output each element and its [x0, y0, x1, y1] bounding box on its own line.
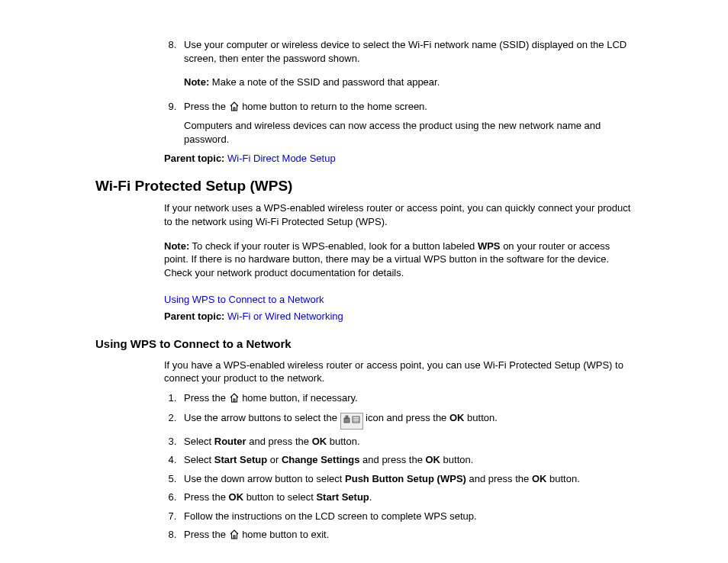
- router-label: Router: [214, 436, 246, 447]
- text: Press the: [184, 529, 229, 540]
- step-9: Press the home button to return to the h…: [179, 100, 633, 146]
- change-settings-label: Change Settings: [282, 454, 360, 465]
- step-9-body: Computers and wireless devices can now a…: [184, 119, 633, 146]
- svg-rect-1: [346, 416, 348, 418]
- wps-note-bold: WPS: [478, 240, 501, 252]
- link-using-wps[interactable]: Using WPS to Connect to a Network: [164, 294, 324, 305]
- text: button.: [327, 436, 359, 447]
- wps-section-body: If your network uses a WPS-enabled wirel…: [164, 201, 633, 323]
- step-9-post: home button to return to the home screen…: [240, 101, 427, 112]
- using-step-5: Use the down arrow button to select Push…: [179, 472, 633, 486]
- using-step-1: Press the home button, if necessary.: [179, 391, 633, 407]
- wps-note-pre: To check if your router is WPS-enabled, …: [189, 240, 478, 252]
- text: and press the: [466, 473, 532, 484]
- text: button to select: [243, 491, 316, 503]
- text: .: [369, 491, 372, 503]
- svg-rect-2: [353, 417, 359, 423]
- home-icon: [229, 393, 240, 407]
- parent-topic-1: Parent topic: Wi-Fi Direct Mode Setup: [164, 152, 633, 166]
- ok-label: OK: [312, 436, 327, 447]
- note-text: Make a note of the SSID and password tha…: [209, 76, 440, 88]
- top-continued-list: Use your computer or wireless device to …: [164, 38, 633, 166]
- parent-topic-2: Parent topic: Wi-Fi or Wired Networking: [164, 310, 633, 323]
- ok-label: OK: [532, 473, 547, 484]
- text: and press the: [359, 454, 425, 465]
- text: Use the down arrow button to select: [184, 473, 345, 484]
- step-9-pre: Press the: [184, 101, 229, 112]
- text: or: [267, 454, 282, 465]
- wps-note: Note: To check if your router is WPS-ena…: [164, 240, 633, 280]
- text: home button to exit.: [240, 529, 330, 540]
- heading-wps: Wi-Fi Protected Setup (WPS): [95, 176, 633, 196]
- text: button.: [546, 473, 579, 484]
- parent-topic-link-networking[interactable]: Wi-Fi or Wired Networking: [227, 310, 343, 322]
- using-step-2: Use the arrow buttons to select the icon…: [179, 411, 633, 429]
- step-8-text: Use your computer or wireless device to …: [184, 39, 627, 64]
- ok-label: OK: [229, 491, 244, 503]
- wps-intro: If your network uses a WPS-enabled wirel…: [164, 201, 633, 228]
- text: Press the: [184, 392, 229, 404]
- text: Select: [184, 436, 214, 447]
- home-icon: [229, 101, 240, 115]
- note-label: Note:: [164, 240, 189, 252]
- push-button-label: Push Button Setup (WPS): [345, 473, 466, 484]
- network-icon: [340, 413, 363, 429]
- using-step-3: Select Router and press the OK button.: [179, 435, 633, 449]
- text: and press the: [246, 436, 312, 447]
- text: button.: [464, 412, 497, 423]
- text: home button, if necessary.: [240, 392, 358, 404]
- parent-topic-label: Parent topic:: [164, 153, 227, 164]
- text: button.: [440, 454, 473, 465]
- parent-topic-link-wifi-direct[interactable]: Wi-Fi Direct Mode Setup: [227, 153, 336, 164]
- text: Use the arrow buttons to select the: [184, 412, 340, 423]
- using-step-6: Press the OK button to select Start Setu…: [179, 491, 633, 504]
- parent-topic-label: Parent topic:: [164, 310, 227, 322]
- step-8: Use your computer or wireless device to …: [179, 38, 633, 89]
- using-step-7: Follow the instructions on the LCD scree…: [179, 510, 633, 523]
- home-icon: [229, 529, 240, 543]
- using-wps-intro: If you have a WPS-enabled wireless route…: [164, 359, 633, 385]
- start-setup-label: Start Setup: [214, 454, 267, 465]
- text: icon and press the: [363, 412, 449, 423]
- text: Select: [184, 454, 214, 465]
- step-8-note: Note: Make a note of the SSID and passwo…: [184, 76, 633, 89]
- note-label: Note:: [184, 76, 209, 88]
- heading-using-wps: Using WPS to Connect to a Network: [95, 336, 633, 352]
- text: Press the: [184, 491, 229, 503]
- using-step-4: Select Start Setup or Change Settings an…: [179, 453, 633, 467]
- using-step-8: Press the home button to exit.: [179, 528, 633, 543]
- svg-rect-0: [344, 418, 350, 423]
- start-setup-label: Start Setup: [316, 491, 369, 503]
- ok-label: OK: [425, 454, 440, 465]
- using-wps-body: If you have a WPS-enabled wireless route…: [164, 359, 633, 543]
- ok-label: OK: [449, 412, 465, 423]
